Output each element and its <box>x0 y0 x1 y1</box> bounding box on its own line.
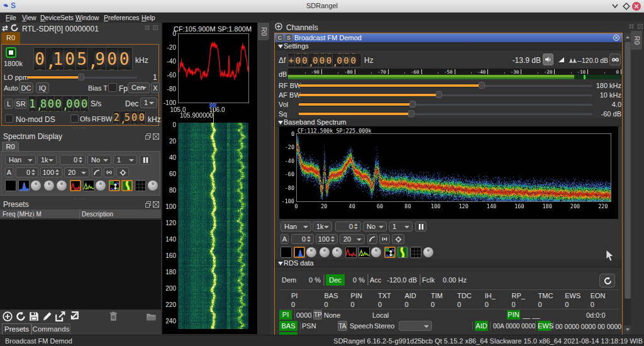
trace-intensity-icon[interactable] <box>358 247 370 258</box>
dial-cell[interactable]: 109 <box>66 96 74 111</box>
maximize-icon-part[interactable] <box>623 3 630 9</box>
music-dropdown[interactable] <box>399 321 432 331</box>
slider-track[interactable] <box>299 113 411 115</box>
dial-cell[interactable]: 109 <box>64 48 76 70</box>
slider-handle[interactable] <box>479 82 485 89</box>
knob[interactable] <box>319 247 330 257</box>
dial-cell[interactable]: 109 <box>131 111 138 124</box>
max-hold-icon[interactable] <box>294 247 305 258</box>
df-dial[interactable]: + 109109 , 109109109 , 109109109 <box>287 53 362 67</box>
lo-ppm-slider-track[interactable] <box>27 76 82 79</box>
minimize-icon-part[interactable] <box>613 4 618 8</box>
grid-icon[interactable] <box>135 180 146 191</box>
add-preset-icon[interactable] <box>3 311 13 321</box>
shrink-icon[interactable] <box>638 24 643 29</box>
save-presets-icon-part[interactable] <box>34 313 35 315</box>
dial-cell[interactable]: 109 <box>47 96 55 111</box>
slider-track[interactable] <box>299 103 413 106</box>
edit-preset-icon[interactable] <box>42 311 52 321</box>
main-spectrum-canvas[interactable] <box>179 34 248 103</box>
dial-cell[interactable]: 987 <box>40 96 48 111</box>
ofs-checkbox[interactable] <box>70 114 79 123</box>
restore-icon-part[interactable] <box>146 136 150 140</box>
dial-cell[interactable]: 098 <box>94 48 106 70</box>
spin-down-icon[interactable] <box>354 227 358 230</box>
import-preset-icon-part[interactable] <box>72 313 77 318</box>
bas-button[interactable]: BAS <box>279 321 297 331</box>
aid-button[interactable]: AID <box>475 321 488 331</box>
black-display-icon[interactable] <box>280 247 292 258</box>
dial-cell[interactable]: + <box>288 53 295 67</box>
minimize-icon[interactable] <box>611 3 619 9</box>
shrink-icon-part[interactable] <box>638 25 643 29</box>
fft-size-dropdown[interactable]: 1k <box>37 155 57 165</box>
offset-spinbox[interactable]: 0 <box>335 221 361 232</box>
max-hold-icon[interactable] <box>18 180 30 191</box>
decay-curve-button[interactable] <box>92 167 102 177</box>
pause-button[interactable] <box>415 221 426 232</box>
dial-cell[interactable]: 109 <box>118 48 130 70</box>
scrollbar-up-button[interactable] <box>624 33 631 41</box>
fft-size-dropdown[interactable]: 1k <box>313 221 332 232</box>
dial-cell[interactable]: 109 <box>55 96 62 111</box>
dial-cell[interactable]: 109 <box>343 53 350 67</box>
workspace-icon-part[interactable] <box>148 26 150 28</box>
slider-handle[interactable] <box>436 91 442 98</box>
dial-cell[interactable]: 109 <box>138 111 145 124</box>
lo-ppm-slider-handle[interactable] <box>78 74 84 81</box>
delete-preset-icon[interactable] <box>109 311 119 321</box>
averaging-dropdown[interactable]: No <box>87 155 111 165</box>
current-trace-icon[interactable] <box>70 180 81 191</box>
workspace-icon-part[interactable] <box>148 28 150 30</box>
workspace-icon-part[interactable] <box>630 27 631 29</box>
knob[interactable] <box>423 247 433 257</box>
maximize-icon[interactable] <box>623 3 630 10</box>
restore-icon[interactable] <box>145 201 152 208</box>
knob[interactable] <box>148 181 158 191</box>
sr-button[interactable]: SR <box>14 99 27 109</box>
start-stop-button[interactable] <box>6 47 16 58</box>
delete-preset-icon-part[interactable] <box>112 315 114 319</box>
save-presets-icon[interactable] <box>29 311 39 321</box>
slider-track[interactable] <box>299 94 439 96</box>
mute-button[interactable] <box>543 53 553 65</box>
rfbw-dial[interactable]: 321 , 654109109 <box>113 111 146 125</box>
restore-icon-part[interactable] <box>146 204 150 208</box>
menu-preferences[interactable]: Preferences <box>104 14 140 23</box>
scrollbar-down-button[interactable] <box>624 325 631 334</box>
knob[interactable] <box>306 247 316 257</box>
presets-table-body[interactable] <box>0 220 161 310</box>
ramp-icon-part[interactable] <box>558 57 564 62</box>
current-trace-icon[interactable] <box>345 247 357 258</box>
pi-button[interactable]: PI <box>279 310 292 320</box>
channel-close-icon-part[interactable] <box>615 36 618 39</box>
spin-down-icon[interactable] <box>331 240 335 242</box>
dial-cell[interactable]: 321 <box>113 111 120 124</box>
dial-cell[interactable]: 654 <box>124 111 131 124</box>
close-icon[interactable] <box>634 4 639 9</box>
knob[interactable] <box>44 181 54 191</box>
settings-rollup[interactable]: Settings <box>275 42 622 50</box>
ta-button[interactable]: TA <box>338 321 347 331</box>
rds-rollup[interactable]: RDS data <box>275 259 622 267</box>
dial-cell[interactable]: 109 <box>74 96 81 111</box>
spin-up-icon[interactable] <box>55 169 59 172</box>
spin-down-icon[interactable] <box>79 160 82 163</box>
delete-preset-icon-part[interactable] <box>113 312 115 313</box>
slider-track[interactable] <box>299 84 482 87</box>
baseband-rollup[interactable]: Baseband Spectrum <box>275 118 622 126</box>
knob[interactable] <box>57 181 67 191</box>
knob[interactable] <box>31 181 41 191</box>
scrollbar-thumb[interactable] <box>625 42 631 299</box>
slider-handle[interactable] <box>408 110 414 117</box>
black-display-icon[interactable] <box>5 180 16 191</box>
avg-count-dropdown[interactable]: 1 <box>389 221 413 232</box>
menu-window[interactable]: Window <box>75 14 99 23</box>
dial-cell[interactable]: , <box>46 50 52 70</box>
window-fn-dropdown[interactable]: Han <box>5 155 36 165</box>
pin-button[interactable]: PIN <box>507 310 520 320</box>
averaging-dropdown[interactable]: No <box>363 221 387 232</box>
waterfall-icon[interactable] <box>121 180 133 191</box>
spin-up-icon[interactable] <box>31 169 35 172</box>
workspace-icon-part[interactable] <box>632 27 634 29</box>
